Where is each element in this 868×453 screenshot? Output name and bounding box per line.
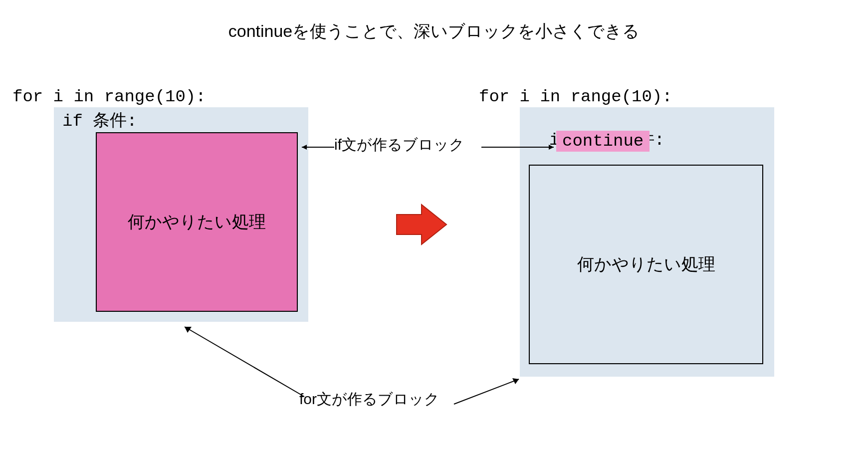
arrow-to-left-for-icon <box>180 322 309 402</box>
arrow-to-right-for-icon <box>451 374 526 409</box>
left-if-line: if 条件: <box>62 109 137 132</box>
for-block-label: for文が作るブロック <box>299 389 439 410</box>
arrow-to-right-if-icon <box>479 142 559 152</box>
left-for-line: for i in range(10): <box>12 87 206 106</box>
right-continue-box: continue <box>556 131 650 152</box>
right-for-line: for i in range(10): <box>479 87 672 106</box>
arrow-to-left-if-icon <box>297 142 337 152</box>
svg-marker-0 <box>397 205 446 244</box>
arrow-right-icon <box>392 200 451 249</box>
if-block-label: if文が作るブロック <box>334 135 464 155</box>
svg-line-7 <box>454 379 519 404</box>
svg-marker-4 <box>549 145 554 150</box>
svg-line-5 <box>185 327 304 397</box>
right-task-box: 何かやりたい処理 <box>529 165 763 364</box>
right-task-label: 何かやりたい処理 <box>577 253 715 276</box>
left-task-label: 何かやりたい処理 <box>128 211 266 233</box>
diagram-title: continueを使うことで、深いブロックを小さくできる <box>0 20 868 43</box>
left-if-block: 何かやりたい処理 <box>96 132 298 312</box>
svg-marker-2 <box>302 145 307 150</box>
